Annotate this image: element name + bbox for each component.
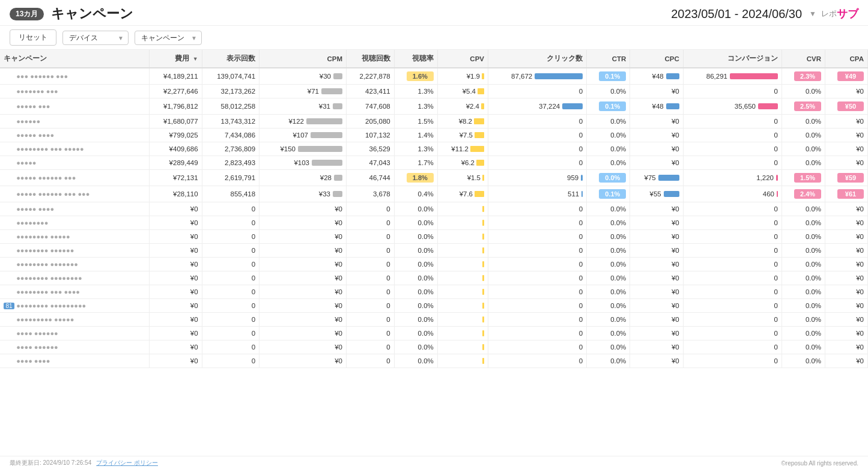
cpv-bar [481, 103, 484, 109]
col-cpc[interactable]: CPC [630, 50, 683, 68]
table-container[interactable]: キャンペーン 費用 ▼ 表示回数 CPM 視聴回数 視聴率 CPV クリック数 … [0, 50, 868, 456]
cpc-cell: ¥0 [630, 244, 683, 258]
col-cpa[interactable]: CPA [825, 50, 868, 68]
clicks-bar-cell: 0 [492, 132, 583, 139]
clicks-cell: 0 [488, 313, 587, 327]
vtr-cell: 1.5% [394, 115, 437, 129]
cpc-bar-cell: ¥0 [634, 261, 679, 268]
page-title: キャンペーン [51, 5, 133, 23]
cpv-bar-cell: ¥7.5 [442, 132, 484, 139]
cpv-cell [437, 299, 488, 313]
cpc-bar-cell: ¥0 [634, 302, 679, 309]
cpv-bar-cell [442, 234, 484, 240]
conv-bar-cell: 0 [687, 343, 778, 351]
cpc-bar-cell: ¥0 [634, 205, 679, 213]
col-clicks[interactable]: クリック数 [488, 50, 587, 68]
table-row: ●●●● ●●●●¥00¥000.0%00.0%¥000.0%¥0 [0, 354, 868, 368]
views-cell: 3,678 [346, 186, 394, 202]
cpv-bar-cell [442, 261, 484, 267]
cpc-cell: ¥0 [630, 354, 683, 368]
cpm-cell: ¥0 [259, 271, 347, 285]
views-cell: 205,080 [346, 115, 394, 129]
cpa-cell: ¥0 [825, 340, 868, 354]
conv-bar [730, 73, 778, 79]
conversions-cell: 0 [683, 340, 782, 354]
campaign-name: ●●●●● ●●● [16, 103, 50, 110]
cpv-bar [482, 206, 484, 212]
ctr-cell: 0.0% [587, 142, 630, 156]
privacy-policy-link[interactable]: プライバシー ポリシー [96, 459, 158, 467]
campaign-name-cell: ●●●●●●●● ●●●●●●● [0, 258, 149, 271]
views-cell: 747,608 [346, 98, 394, 115]
clicks-bar-cell: 959 [492, 174, 583, 181]
campaign-name: ●●●●● ●●●● [16, 205, 54, 213]
clicks-bar-cell: 0 [492, 118, 583, 125]
cpv-bar-cell [442, 303, 484, 309]
cpc-bar-cell: ¥0 [634, 343, 679, 351]
table-row: ●●●●●●●● ●●● ●●●●●¥409,6862,736,809¥1503… [0, 142, 868, 156]
clicks-bar-cell: 87,672 [492, 73, 583, 80]
impressions-cell: 0 [202, 285, 259, 299]
campaign-name-cell: ●●●● ●●●●●● [0, 327, 149, 340]
cost-cell: ¥1,680,077 [149, 115, 202, 129]
campaign-name-cell: 81 ●●●●●●●● ●●●●●●●●● [0, 299, 149, 313]
device-select[interactable]: デバイス [62, 31, 129, 45]
views-cell: 0 [346, 244, 394, 258]
col-impressions[interactable]: 表示回数 [202, 50, 259, 68]
col-cpv[interactable]: CPV [437, 50, 488, 68]
cpm-cell: ¥31 [259, 98, 347, 115]
cpc-bar-cell: ¥0 [634, 233, 679, 240]
campaign-name-cell: ●●●●●●●● ●●● ●●●●● [0, 142, 149, 156]
ctr-cell: 0.0% [587, 299, 630, 313]
cpv-bar [482, 73, 484, 79]
conv-bar-cell: 0 [687, 288, 778, 295]
footer-left: 最終更新日: 2024/9/10 7:26:54 プライバシー ポリシー [10, 459, 158, 467]
cpc-cell: ¥0 [630, 340, 683, 354]
col-cvr[interactable]: CVR [782, 50, 825, 68]
cpa-cell: ¥50 [825, 98, 868, 115]
cpv-bar [482, 303, 484, 309]
logo-prefix: レポ [821, 8, 837, 19]
cpm-bar-cell: ¥107 [263, 132, 342, 139]
views-cell: 46,744 [346, 170, 394, 186]
impressions-cell: 0 [202, 202, 259, 216]
col-cost[interactable]: 費用 ▼ [149, 50, 202, 68]
views-cell: 423,411 [346, 85, 394, 98]
vtr-cell: 0.0% [394, 230, 437, 244]
clicks-bar-cell: 0 [492, 205, 583, 213]
cvr-cell: 2.5% [782, 98, 825, 115]
cpm-bar-cell: ¥0 [263, 302, 342, 309]
cpv-bar-cell: ¥5.4 [442, 88, 484, 95]
cvr-cell: 0.0% [782, 115, 825, 129]
vtr-cell: 0.0% [394, 258, 437, 271]
cpc-cell: ¥48 [630, 98, 683, 115]
clicks-bar-cell: 0 [492, 274, 583, 282]
col-conversions[interactable]: コンバージョン [683, 50, 782, 68]
last-updated: 最終更新日: 2024/9/10 7:26:54 [10, 459, 91, 467]
campaign-select[interactable]: キャンペーン [135, 31, 202, 45]
campaign-name-cell: ●●●●●●●● [0, 216, 149, 230]
col-vtr[interactable]: 視聴率 [394, 50, 437, 68]
col-cpm[interactable]: CPM [259, 50, 347, 68]
conversions-cell: 35,650 [683, 98, 782, 115]
campaign-name-cell: ●●●● ●●●● [0, 354, 149, 368]
clicks-bar-cell: 0 [492, 219, 583, 226]
cpc-cell: ¥48 [630, 68, 683, 85]
col-views[interactable]: 視聴回数 [346, 50, 394, 68]
cpc-bar-cell: ¥0 [634, 330, 679, 337]
col-ctr[interactable]: CTR [587, 50, 630, 68]
vtr-cell: 0.0% [394, 299, 437, 313]
conv-bar-cell: 0 [687, 118, 778, 125]
date-dropdown-icon[interactable]: ▼ [809, 10, 816, 18]
cvr-cell: 0.0% [782, 340, 825, 354]
campaign-select-wrapper: キャンペーン ▼ [135, 31, 202, 45]
reset-button[interactable]: リセット [10, 29, 56, 46]
cpm-bar-cell: ¥0 [263, 330, 342, 337]
vtr-cell: 1.7% [394, 156, 437, 170]
views-cell: 0 [346, 340, 394, 354]
cost-cell: ¥0 [149, 354, 202, 368]
campaign-name-cell: ●●●●● ●●●●●● ●●● ●●● [0, 186, 149, 202]
cpm-bar [334, 175, 342, 181]
conv-bar-cell: 0 [687, 302, 778, 309]
clicks-cell: 0 [488, 244, 587, 258]
